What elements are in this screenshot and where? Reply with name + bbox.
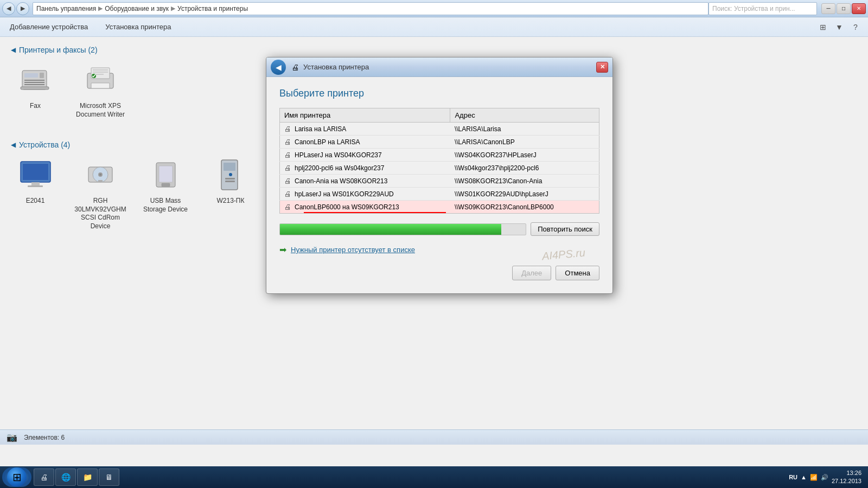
retry-button[interactable]: Повторить поиск <box>531 222 599 236</box>
language-indicator[interactable]: RU <box>789 474 797 480</box>
printer-name-cell: 🖨 HPLaserJ на WS04KGOR237 <box>280 149 450 162</box>
case-icon <box>212 156 250 194</box>
svg-rect-15 <box>23 164 48 180</box>
svg-rect-22 <box>98 180 103 182</box>
printer-name-cell: 🖨 hpLaserJ на WS01KGOR229AUD <box>280 188 450 201</box>
start-button[interactable]: ⊞ <box>2 467 31 487</box>
printers-triangle[interactable]: ◀ <box>11 46 16 54</box>
crumb-2: Оборудование и звук <box>105 5 169 12</box>
view-icon[interactable]: ⊞ <box>817 21 829 33</box>
svg-rect-30 <box>225 181 235 182</box>
crumb-3: Устройства и принтеры <box>177 5 248 12</box>
forward-button[interactable]: ▶ <box>16 2 29 15</box>
printer-row[interactable]: 🖨 CanonLBP6000 на WS09KGOR213 \\WS09KGOR… <box>280 201 599 214</box>
printers-section-header: ◀ Принтеры и факсы (2) <box>11 46 857 54</box>
svg-rect-5 <box>40 73 44 78</box>
svg-rect-29 <box>225 178 235 179</box>
taskbar-items: 🖨 🌐 📁 🖥 <box>34 468 784 486</box>
progress-bar-fill <box>280 224 501 235</box>
fax-icon <box>16 61 54 99</box>
svg-rect-2 <box>24 80 44 81</box>
printer-row[interactable]: 🖨 hplj2200-pcl6 на Ws04kgor237 \\Ws04kgo… <box>280 162 599 175</box>
add-printer-button[interactable]: Установка принтера <box>102 21 174 33</box>
usb-device[interactable]: USB Mass Storage Device <box>141 156 190 214</box>
clock: 13:26 27.12.2013 <box>832 469 861 486</box>
printer-address: \\WS04KGOR237\HPLaserJ <box>450 149 599 162</box>
maximize-button[interactable]: □ <box>837 3 851 14</box>
missing-link-text[interactable]: Нужный принтер отсутствует в списке <box>291 246 415 254</box>
window-controls: ─ □ ✕ <box>821 3 866 14</box>
case-device[interactable]: W213-ПК <box>206 156 255 206</box>
start-orb: ⊞ <box>7 467 27 487</box>
status-count: Элементов: 6 <box>24 434 65 441</box>
back-button[interactable]: ◀ <box>2 2 15 15</box>
search-bar[interactable]: Поиск: Устройства и прин... <box>709 2 817 15</box>
printer-name: Larisa на LARISA <box>295 125 346 133</box>
tray-sound[interactable]: 🔊 <box>821 474 828 481</box>
printer-address: \\WS01KGOR229AUD\hpLaserJ <box>450 188 599 201</box>
dialog-back-button[interactable]: ◀ <box>271 60 286 75</box>
col-address-header: Адрес <box>450 108 599 123</box>
dialog-buttons: Далее Отмена <box>279 266 599 282</box>
sep-1: ▶ <box>98 5 103 12</box>
printer-name: CanonLBP6000 на WS09KGOR213 <box>295 203 399 211</box>
printer-name-cell: 🖨 hplj2200-pcl6 на Ws04kgor237 <box>280 162 450 175</box>
view-dropdown-icon[interactable]: ▼ <box>833 21 845 33</box>
cdrom-icon <box>81 156 119 194</box>
fax-device[interactable]: Fax <box>11 61 60 111</box>
status-camera-icon: 📷 <box>7 432 17 442</box>
printer-row[interactable]: 🖨 HPLaserJ на WS04KGOR237 \\WS04KGOR237\… <box>280 149 599 162</box>
printer-name-cell: 🖨 CanonLBP на LARISA <box>280 136 450 149</box>
printer-name-cell: 🖨 Canon-Ania на WS08KGOR213 <box>280 175 450 188</box>
taskbar-item-browser[interactable]: 🌐 <box>55 468 76 486</box>
printer-row[interactable]: 🖨 CanonLBP на LARISA \\LARISA\CanonLBP <box>280 136 599 149</box>
printer-row-icon: 🖨 <box>284 164 291 172</box>
tray-arrow[interactable]: ▲ <box>801 474 807 480</box>
svg-rect-1 <box>24 73 38 78</box>
col-name-header: Имя принтера <box>280 108 450 123</box>
monitor-device[interactable]: E2041 <box>11 156 60 206</box>
help-icon[interactable]: ? <box>850 21 861 33</box>
svg-rect-6 <box>21 87 49 89</box>
address-bar[interactable]: Панель управления ▶ Оборудование и звук … <box>33 2 709 15</box>
printer-row-icon: 🖨 <box>284 125 291 133</box>
printer-name: CanonLBP на LARISA <box>295 138 360 146</box>
arrow-icon: ➡ <box>279 245 286 255</box>
cancel-button[interactable]: Отмена <box>556 266 599 280</box>
nav-arrows: ◀ ▶ <box>2 2 29 15</box>
printer-address: \\WS08KGOR213\Canon-Ania <box>450 175 599 188</box>
dialog-heading: Выберите принтер <box>279 88 599 99</box>
dialog-title-bar: ◀ 🖨 Установка принтера ✕ <box>266 57 612 77</box>
taskbar-right: RU ▲ 📶 🔊 13:26 27.12.2013 <box>784 469 866 486</box>
printer-row[interactable]: 🖨 Larisa на LARISA \\LARISA\Larisa <box>280 123 599 136</box>
taskbar-browser-icon: 🌐 <box>60 472 71 483</box>
svg-rect-4 <box>24 84 44 85</box>
taskbar-item-screen[interactable]: 🖥 <box>99 468 119 486</box>
xps-printer-device[interactable]: Microsoft XPS Document Writer <box>76 61 125 119</box>
title-bar: ◀ ▶ Панель управления ▶ Оборудование и з… <box>0 0 868 17</box>
printer-row[interactable]: 🖨 hpLaserJ на WS01KGOR229AUD \\WS01KGOR2… <box>280 188 599 201</box>
cdrom-device[interactable]: RGH 30LMVK92VGHM SCSI CdRom Device <box>76 156 125 230</box>
clock-date: 27.12.2013 <box>832 477 861 485</box>
close-button[interactable]: ✕ <box>852 3 866 14</box>
missing-printer-link[interactable]: ➡ Нужный принтер отсутствует в списке <box>279 245 599 255</box>
fax-label: Fax <box>30 102 41 111</box>
svg-rect-16 <box>31 182 40 185</box>
printer-row[interactable]: 🖨 Canon-Ania на WS08KGOR213 \\WS08KGOR21… <box>280 175 599 188</box>
devices-section-title: Устройства (4) <box>19 140 70 149</box>
monitor-icon <box>16 156 54 194</box>
svg-rect-25 <box>162 183 170 187</box>
printer-row-icon: 🖨 <box>284 190 291 198</box>
progress-bar-container <box>279 223 526 235</box>
taskbar-item-files[interactable]: 📁 <box>77 468 98 486</box>
svg-rect-24 <box>159 166 173 182</box>
dialog-close-button[interactable]: ✕ <box>596 62 608 73</box>
svg-rect-12 <box>91 83 110 88</box>
devices-triangle[interactable]: ◀ <box>11 141 16 149</box>
progress-area: Повторить поиск <box>279 222 599 236</box>
next-button[interactable]: Далее <box>512 266 551 280</box>
add-device-button[interactable]: Добавление устройства <box>7 21 91 33</box>
minimize-button[interactable]: ─ <box>821 3 835 14</box>
printer-name-cell: 🖨 CanonLBP6000 на WS09KGOR213 <box>280 201 450 214</box>
taskbar-item-explorer[interactable]: 🖨 <box>34 468 54 486</box>
